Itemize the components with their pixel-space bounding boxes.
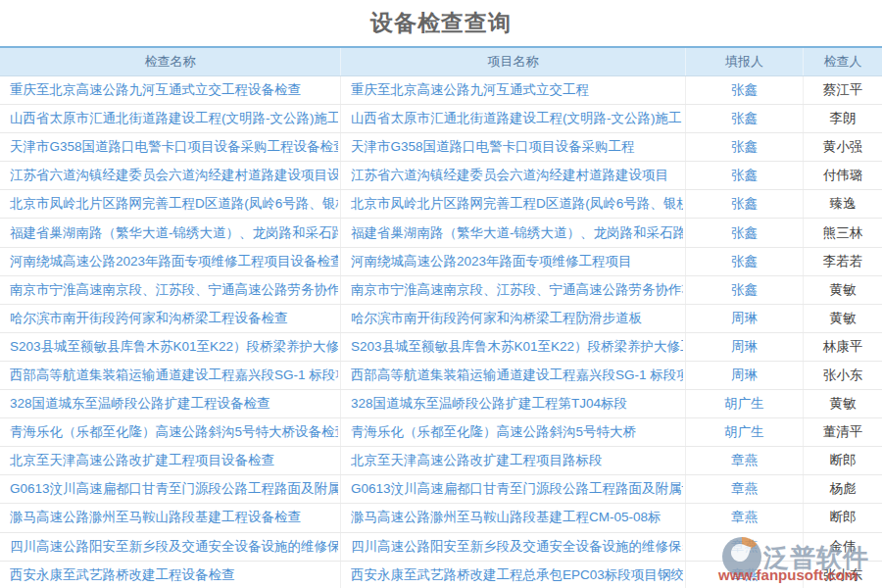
inspector-text: 付伟璐 xyxy=(823,167,863,184)
inspector-text: 张小东 xyxy=(823,367,863,384)
project-name-link[interactable]: 西安永康至武艺路桥改建工程总承包EPC03标段项目钢绞线 xyxy=(351,566,683,584)
inspection-name-link[interactable]: 江苏省六道沟镇经建委员会六道沟经建村道路建设项目设备检查 xyxy=(10,167,338,184)
filler-cell: 周琳 xyxy=(686,305,804,332)
table-row: 重庆至北京高速公路九河互通式立交工程设备检查 重庆至北京高速公路九河互通式立交工… xyxy=(0,76,882,105)
filler-link[interactable]: 章燕 xyxy=(731,538,758,556)
header-inspector: 检查人 xyxy=(804,48,882,75)
inspection-name-cell: 北京至天津高速公路改扩建工程项目设备检查 xyxy=(0,447,341,474)
filler-cell: 张鑫 xyxy=(686,162,804,189)
project-name-link[interactable]: 北京至天津高速公路改扩建工程项目路标段 xyxy=(351,452,603,469)
table-row: 哈尔滨市南开街段跨何家和沟桥梁工程设备检查 哈尔滨市南开街段跨何家和沟桥梁工程防… xyxy=(0,305,882,333)
project-name-cell: 北京至天津高速公路改扩建工程项目路标段 xyxy=(341,447,686,474)
inspector-cell: 黄敏 xyxy=(804,276,882,304)
filler-link[interactable]: 张鑫 xyxy=(731,281,758,299)
inspector-cell: 董清平 xyxy=(804,418,882,446)
filler-link[interactable]: 张鑫 xyxy=(731,81,758,99)
inspector-cell: 黄敏 xyxy=(804,390,882,417)
inspection-name-link[interactable]: 西安永康至武艺路桥改建工程设备检查 xyxy=(10,566,235,584)
project-name-link[interactable]: 河南绕城高速公路2023年路面专项维修工程项目 xyxy=(351,253,632,270)
project-name-cell: 哈尔滨市南开街段跨何家和沟桥梁工程防滑步道板 xyxy=(341,305,686,332)
inspection-name-link[interactable]: 北京市凤岭北片区路网完善工程D区道路(凤岭6号路、银杉路)设备检查 xyxy=(10,195,338,213)
inspection-name-link[interactable]: 天津市G358国道路口电警卡口项目设备采购工程设备检查 xyxy=(10,138,338,156)
project-name-link[interactable]: 滁马高速公路滁州至马鞍山路段基建工程CM-05-08标 xyxy=(351,509,662,526)
inspector-cell: 李若若 xyxy=(804,248,882,275)
inspection-name-link[interactable]: 重庆至北京高速公路九河互通式立交工程设备检查 xyxy=(10,81,301,99)
project-name-cell: 青海乐化（乐都至化隆）高速公路斜沟5号特大桥 xyxy=(341,418,686,446)
inspection-name-link[interactable]: 福建省巢湖南路（繁华大道-锦绣大道）、龙岗路和采石路智能化设备检查 xyxy=(10,224,338,242)
filler-link[interactable]: 张鑫 xyxy=(731,167,758,184)
filler-link[interactable]: 胡广生 xyxy=(724,395,764,413)
filler-link[interactable]: 胡广生 xyxy=(724,423,764,441)
filler-link[interactable]: 周琳 xyxy=(731,367,758,384)
project-name-link[interactable]: 四川高速公路阳安至新乡段及交通安全设备设施的维修保养 xyxy=(351,538,683,556)
filler-cell: 张鑫 xyxy=(686,76,804,104)
filler-link[interactable]: 周琳 xyxy=(731,310,758,327)
filler-link[interactable]: 张鑫 xyxy=(731,110,758,127)
project-name-cell: 西安永康至武艺路桥改建工程总承包EPC03标段项目钢绞线 xyxy=(341,562,686,588)
project-name-cell: 重庆至北京高速公路九河互通式立交工程 xyxy=(341,76,686,104)
project-name-link[interactable]: 江苏省六道沟镇经建委员会六道沟经建村道路建设项目 xyxy=(351,167,668,184)
project-name-link[interactable]: 青海乐化（乐都至化隆）高速公路斜沟5号特大桥 xyxy=(351,423,636,441)
filler-cell: 张鑫 xyxy=(686,190,804,218)
inspection-name-link[interactable]: 西部高等航道集装箱运输通道建设工程嘉兴段SG-1 标段项目设备检查 xyxy=(10,367,338,384)
table-body: 重庆至北京高速公路九河互通式立交工程设备检查 重庆至北京高速公路九河互通式立交工… xyxy=(0,76,882,588)
project-name-link[interactable]: 哈尔滨市南开街段跨何家和沟桥梁工程防滑步道板 xyxy=(351,310,642,327)
inspector-text: 张小东 xyxy=(823,566,863,584)
inspection-name-link[interactable]: 河南绕城高速公路2023年路面专项维修工程项目设备检查 xyxy=(10,253,338,270)
inspection-name-link[interactable]: 北京至天津高速公路改扩建工程项目设备检查 xyxy=(10,452,274,469)
inspection-name-link[interactable]: 青海乐化（乐都至化隆）高速公路斜沟5号特大桥设备检查 xyxy=(10,423,338,441)
table-row: 青海乐化（乐都至化隆）高速公路斜沟5号特大桥设备检查 青海乐化（乐都至化隆）高速… xyxy=(0,418,882,447)
project-name-link[interactable]: 重庆至北京高速公路九河互通式立交工程 xyxy=(351,81,589,99)
inspection-name-cell: 南京市宁淮高速南京段、江苏段、宁通高速公路劳务协作项目设备检查 xyxy=(0,276,341,304)
project-name-cell: 南京市宁淮高速南京段、江苏段、宁通高速公路劳务协作项目 xyxy=(341,276,686,304)
filler-link[interactable]: 章燕 xyxy=(731,566,758,584)
project-name-link[interactable]: 天津市G358国道路口电警卡口项目设备采购工程 xyxy=(351,138,635,156)
inspector-text: 李朗 xyxy=(830,110,857,127)
filler-cell: 章燕 xyxy=(686,447,804,474)
table-row: 江苏省六道沟镇经建委员会六道沟经建村道路建设项目设备检查 江苏省六道沟镇经建委员… xyxy=(0,162,882,190)
filler-link[interactable]: 周琳 xyxy=(731,338,758,356)
inspection-name-cell: 328国道城东至温峤段公路扩建工程设备检查 xyxy=(0,390,341,417)
inspection-name-cell: 河南绕城高速公路2023年路面专项维修工程项目设备检查 xyxy=(0,248,341,275)
project-name-link[interactable]: 328国道城东至温峤段公路扩建工程第TJ04标段 xyxy=(351,395,627,413)
inspection-name-cell: 哈尔滨市南开街段跨何家和沟桥梁工程设备检查 xyxy=(0,305,341,332)
inspection-name-link[interactable]: 南京市宁淮高速南京段、江苏段、宁通高速公路劳务协作项目设备检查 xyxy=(10,281,338,299)
inspection-name-link[interactable]: 哈尔滨市南开街段跨何家和沟桥梁工程设备检查 xyxy=(10,310,288,327)
inspector-cell: 黄小强 xyxy=(804,133,882,161)
inspection-name-link[interactable]: 328国道城东至温峤段公路扩建工程设备检查 xyxy=(10,395,270,413)
inspector-text: 杨彪 xyxy=(830,480,857,498)
filler-link[interactable]: 章燕 xyxy=(731,480,758,498)
project-name-cell: 山西省太原市汇通北街道路建设工程(文明路-文公路)施工 xyxy=(341,105,686,132)
filler-link[interactable]: 张鑫 xyxy=(731,253,758,270)
filler-link[interactable]: 张鑫 xyxy=(731,224,758,242)
filler-link[interactable]: 章燕 xyxy=(731,452,758,469)
project-name-link[interactable]: 山西省太原市汇通北街道路建设工程(文明路-文公路)施工 xyxy=(351,110,682,127)
filler-cell: 章燕 xyxy=(686,504,804,531)
project-name-link[interactable]: S203县城至额敏县库鲁木苏K01至K22）段桥梁养护大修工程 xyxy=(351,338,683,356)
filler-link[interactable]: 章燕 xyxy=(731,509,758,526)
inspection-name-link[interactable]: S203县城至额敏县库鲁木苏K01至K22）段桥梁养护大修工程设备检查 xyxy=(10,338,338,356)
inspection-name-link[interactable]: 四川高速公路阳安至新乡段及交通安全设备设施的维修保养设备检查 xyxy=(10,538,338,556)
inspector-cell: 杨彪 xyxy=(804,475,882,503)
project-name-link[interactable]: 西部高等航道集装箱运输通道建设工程嘉兴段SG-1 标段项目 xyxy=(351,367,683,384)
inspector-text: 黄小强 xyxy=(823,138,863,156)
inspector-text: 蔡江平 xyxy=(823,81,863,99)
inspection-name-link[interactable]: 滁马高速公路滁州至马鞍山路段基建工程设备检查 xyxy=(10,509,301,526)
inspector-text: 黄敏 xyxy=(830,395,857,413)
inspection-name-link[interactable]: 山西省太原市汇通北街道路建设工程(文明路-文公路)施工设备检查 xyxy=(10,110,338,127)
inspection-name-link[interactable]: G0613汶川高速扁都口甘青至门源段公路工程路面及附属设施设备检查 xyxy=(10,480,338,498)
project-name-cell: 328国道城东至温峤段公路扩建工程第TJ04标段 xyxy=(341,390,686,417)
project-name-link[interactable]: G0613汶川高速扁都口甘青至门源段公路工程路面及附属设施 xyxy=(351,480,683,498)
project-name-link[interactable]: 福建省巢湖南路（繁华大道-锦绣大道）、龙岗路和采石路智能化 xyxy=(351,224,683,242)
project-name-link[interactable]: 南京市宁淮高速南京段、江苏段、宁通高速公路劳务协作项目 xyxy=(351,281,683,299)
project-name-cell: S203县城至额敏县库鲁木苏K01至K22）段桥梁养护大修工程 xyxy=(341,333,686,361)
inspector-cell: 付伟璐 xyxy=(804,162,882,189)
project-name-cell: 江苏省六道沟镇经建委员会六道沟经建村道路建设项目 xyxy=(341,162,686,189)
table-row: 北京市凤岭北片区路网完善工程D区道路(凤岭6号路、银杉路)设备检查 北京市凤岭北… xyxy=(0,190,882,219)
inspection-name-cell: 北京市凤岭北片区路网完善工程D区道路(凤岭6号路、银杉路)设备检查 xyxy=(0,190,341,218)
filler-link[interactable]: 张鑫 xyxy=(731,138,758,156)
filler-link[interactable]: 张鑫 xyxy=(731,195,758,213)
table-row: S203县城至额敏县库鲁木苏K01至K22）段桥梁养护大修工程设备检查 S203… xyxy=(0,333,882,362)
table-row: 天津市G358国道路口电警卡口项目设备采购工程设备检查 天津市G358国道路口电… xyxy=(0,133,882,162)
project-name-link[interactable]: 北京市凤岭北片区路网完善工程D区道路(凤岭6号路、银杉路) xyxy=(351,195,683,213)
